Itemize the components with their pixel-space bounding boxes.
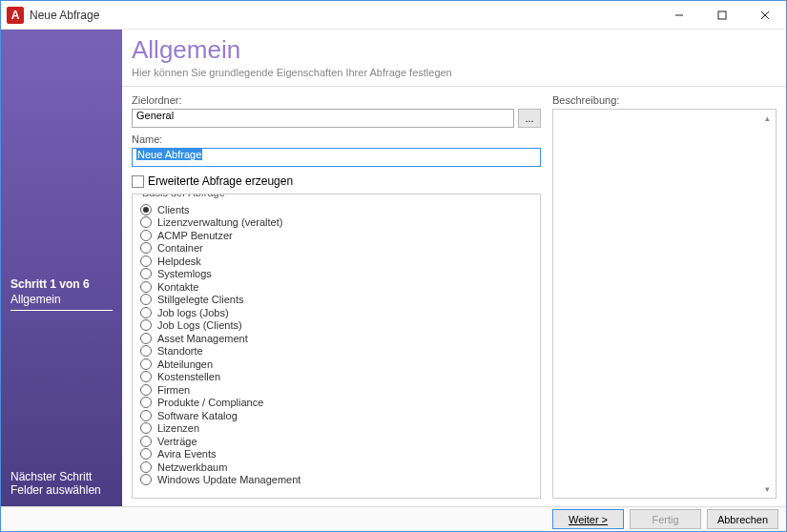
wizard-sidebar: Schritt 1 von 6 Allgemein Nächster Schri… (1, 30, 122, 506)
next-button[interactable]: Weiter > (552, 509, 624, 529)
step-name: Allgemein (10, 293, 113, 311)
basis-option-label: Standorte (157, 345, 203, 357)
extended-checkbox[interactable] (132, 175, 144, 188)
radio-icon[interactable] (140, 410, 152, 421)
basis-option[interactable]: Asset Management (140, 333, 532, 344)
basis-option-label: Abteilungen (157, 358, 213, 370)
radio-icon[interactable] (140, 294, 152, 305)
radio-icon[interactable] (140, 333, 152, 344)
radio-icon[interactable] (140, 307, 152, 318)
basis-option[interactable]: Kontakte (140, 281, 532, 293)
next-step-hint: Nächster Schritt Felder auswählen (10, 470, 113, 497)
body: Schritt 1 von 6 Allgemein Nächster Schri… (1, 30, 786, 506)
radio-icon[interactable] (140, 256, 152, 267)
basis-option-label: Avira Events (157, 448, 217, 460)
basis-option[interactable]: Produkte / Compliance (140, 397, 532, 408)
description-label: Beschreibung: (552, 94, 777, 106)
scroll-down-icon[interactable]: ▾ (760, 482, 774, 496)
basis-option-label: Systemlogs (157, 268, 212, 279)
basis-option[interactable]: Job Logs (Clients) (140, 319, 532, 331)
maximize-button[interactable] (700, 1, 743, 30)
extended-checkbox-row[interactable]: Erweiterte Abfrage erzeugen (132, 174, 541, 188)
radio-icon[interactable] (140, 204, 152, 215)
description-scrollbar[interactable]: ▴ ▾ (760, 112, 774, 496)
basis-option[interactable]: Container (140, 242, 532, 254)
basis-option-label: Firmen (157, 384, 190, 396)
basis-option[interactable]: Firmen (140, 384, 532, 396)
basis-option[interactable]: Lizenzen (140, 422, 532, 434)
radio-icon[interactable] (140, 242, 152, 254)
basis-option-label: Windows Update Management (157, 474, 300, 485)
basis-option-label: Container (157, 242, 203, 254)
basis-option-label: Job Logs (Clients) (157, 319, 242, 331)
description-textarea[interactable]: ▴ ▾ (552, 109, 777, 499)
window-controls (657, 1, 786, 30)
basis-option[interactable]: Standorte (140, 345, 532, 357)
basis-option-label: ACMP Benutzer (157, 230, 233, 241)
basis-option[interactable]: ACMP Benutzer (140, 230, 532, 241)
basis-option[interactable]: Verträge (140, 436, 532, 447)
browse-folder-button[interactable]: ... (518, 109, 541, 128)
window-title: Neue Abfrage (30, 9, 99, 22)
basis-option[interactable]: Kostenstellen (140, 371, 532, 382)
app-icon: A (7, 7, 24, 24)
radio-icon[interactable] (140, 474, 152, 485)
main: Allgemein Hier können Sie grundlegende E… (122, 30, 786, 506)
basis-option-label: Kostenstellen (157, 371, 220, 382)
basis-option[interactable]: Job logs (Jobs) (140, 307, 532, 318)
basis-option-label: Produkte / Compliance (157, 397, 263, 408)
radio-icon[interactable] (140, 397, 152, 408)
folder-input[interactable]: General (132, 109, 514, 128)
basis-option-label: Software Katalog (157, 410, 238, 421)
step-number: Schritt 1 von 6 (10, 277, 113, 291)
name-row: Name: Neue Abfrage (132, 133, 541, 167)
basis-option[interactable]: Software Katalog (140, 410, 532, 421)
radio-icon[interactable] (140, 448, 152, 460)
current-step: Schritt 1 von 6 Allgemein (10, 277, 113, 311)
basis-option[interactable]: Abteilungen (140, 358, 532, 370)
form-left: Zielordner: General ... Name: Neue Abfra… (132, 94, 541, 499)
basis-option-label: Helpdesk (157, 256, 201, 267)
radio-icon[interactable] (140, 268, 152, 279)
close-button[interactable] (743, 1, 786, 30)
basis-option-label: Lizenzverwaltung (veraltet) (157, 216, 282, 228)
radio-icon[interactable] (140, 281, 152, 293)
basis-option[interactable]: Windows Update Management (140, 474, 532, 485)
radio-icon[interactable] (140, 422, 152, 434)
titlebar: A Neue Abfrage (1, 1, 786, 30)
radio-icon[interactable] (140, 461, 152, 473)
basis-option[interactable]: Systemlogs (140, 268, 532, 279)
name-value-selected: Neue Abfrage (136, 149, 202, 160)
radio-icon[interactable] (140, 216, 152, 228)
name-label: Name: (132, 133, 541, 145)
radio-icon[interactable] (140, 384, 152, 396)
radio-icon[interactable] (140, 371, 152, 382)
scroll-up-icon[interactable]: ▴ (760, 112, 774, 125)
basis-option-label: Verträge (157, 436, 197, 447)
basis-option-label: Lizenzen (157, 422, 199, 434)
extended-checkbox-label: Erweiterte Abfrage erzeugen (148, 174, 293, 188)
basis-option[interactable]: Avira Events (140, 448, 532, 460)
radio-icon[interactable] (140, 319, 152, 331)
footer: Weiter > Fertig Abbrechen (1, 506, 786, 531)
basis-option[interactable]: Clients (140, 204, 532, 215)
basis-option[interactable]: Stillgelegte Clients (140, 294, 532, 305)
main-header: Allgemein Hier können Sie grundlegende E… (122, 30, 786, 87)
radio-icon[interactable] (140, 345, 152, 357)
page-title: Allgemein (132, 35, 777, 65)
next-step-title: Nächster Schritt (10, 470, 113, 483)
basis-option[interactable]: Helpdesk (140, 256, 532, 267)
basis-option[interactable]: Netzwerkbaum (140, 461, 532, 473)
basis-option[interactable]: Lizenzverwaltung (veraltet) (140, 216, 532, 228)
cancel-button[interactable]: Abbrechen (707, 509, 778, 529)
minimize-button[interactable] (657, 1, 700, 30)
finish-button: Fertig (630, 509, 701, 529)
name-input[interactable]: Neue Abfrage (132, 148, 541, 167)
form-right: Beschreibung: ▴ ▾ (552, 94, 777, 499)
main-content: Zielordner: General ... Name: Neue Abfra… (122, 87, 786, 506)
radio-icon[interactable] (140, 358, 152, 370)
radio-icon[interactable] (140, 436, 152, 447)
radio-icon[interactable] (140, 230, 152, 241)
basis-group: ClientsLizenzverwaltung (veraltet)ACMP B… (132, 194, 541, 499)
basis-option-label: Stillgelegte Clients (157, 294, 244, 305)
